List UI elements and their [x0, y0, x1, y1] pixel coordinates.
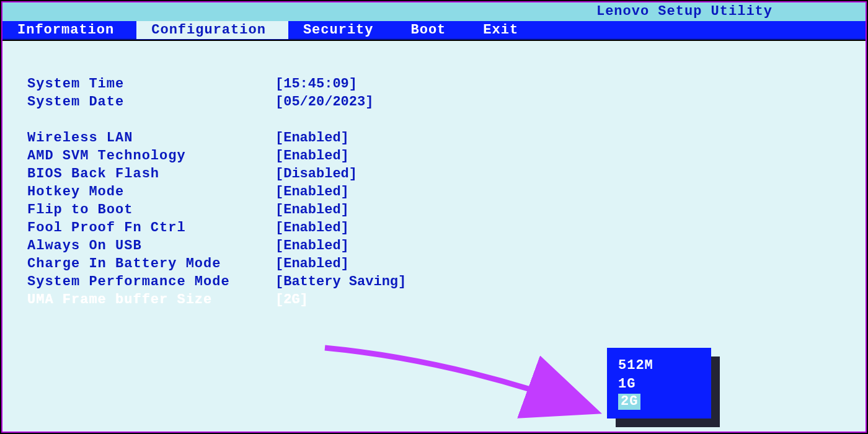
tab-boot[interactable]: Boot: [396, 21, 469, 39]
setting-row[interactable]: System Date[05/20/2023]: [27, 93, 406, 111]
popup-option[interactable]: 512M: [618, 356, 711, 375]
setting-label: Hotkey Mode: [27, 184, 275, 200]
config-body: System Time[15:45:09]System Date[05/20/2…: [2, 41, 866, 432]
setting-row[interactable]: Always On USB[Enabled]: [27, 237, 406, 255]
tab-strip: InformationConfigurationSecurityBootExit: [2, 21, 866, 38]
setting-label: Always On USB: [27, 238, 275, 254]
setting-label: System Time: [27, 76, 275, 92]
setting-label: UMA Frame buffer Size: [27, 292, 275, 308]
setting-value: [Enabled]: [275, 256, 349, 272]
title-bar: Lenovo Setup Utility: [2, 2, 866, 21]
utility-title: Lenovo Setup Utility: [596, 4, 773, 19]
tab-security[interactable]: Security: [288, 21, 396, 39]
setting-row[interactable]: Flip to Boot[Enabled]: [27, 201, 406, 219]
setting-label: Fool Proof Fn Ctrl: [27, 220, 275, 236]
setting-value: [Enabled]: [275, 148, 349, 164]
setting-value: [2G]: [275, 292, 308, 308]
setting-row[interactable]: AMD SVM Technology[Enabled]: [27, 147, 406, 165]
bios-frame: Lenovo Setup Utility InformationConfigur…: [1, 1, 867, 433]
setting-value: [Enabled]: [275, 238, 349, 254]
setting-label: AMD SVM Technology: [27, 148, 275, 164]
settings-list: System Time[15:45:09]System Date[05/20/2…: [27, 75, 406, 309]
tab-information[interactable]: Information: [2, 21, 136, 39]
uma-size-popup[interactable]: 512M1G2G: [607, 348, 711, 418]
setting-value: [Enabled]: [275, 202, 349, 218]
setting-label: Charge In Battery Mode: [27, 256, 275, 272]
setting-value: [Disabled]: [275, 166, 357, 182]
setting-label: Flip to Boot: [27, 202, 275, 218]
setting-label: BIOS Back Flash: [27, 166, 275, 182]
setting-label: Wireless LAN: [27, 130, 275, 146]
setting-row[interactable]: UMA Frame buffer Size[2G]: [27, 291, 406, 309]
tab-exit[interactable]: Exit: [468, 21, 541, 39]
setting-row[interactable]: Hotkey Mode[Enabled]: [27, 183, 406, 201]
setting-row[interactable]: System Time[15:45:09]: [27, 75, 406, 93]
setting-row[interactable]: Fool Proof Fn Ctrl[Enabled]: [27, 219, 406, 237]
setting-label: System Date: [27, 94, 275, 110]
setting-value: [Battery Saving]: [275, 274, 406, 290]
setting-label: System Performance Mode: [27, 274, 275, 290]
setting-value: [Enabled]: [275, 184, 349, 200]
popup-option[interactable]: 2G: [618, 394, 640, 410]
setting-value: [05/20/2023]: [275, 94, 373, 110]
spacer: [27, 111, 406, 129]
setting-row[interactable]: BIOS Back Flash[Disabled]: [27, 165, 406, 183]
popup-option[interactable]: 1G: [618, 375, 711, 394]
setting-value: [15:45:09]: [275, 76, 357, 92]
setting-row[interactable]: System Performance Mode[Battery Saving]: [27, 273, 406, 291]
setting-row[interactable]: Wireless LAN[Enabled]: [27, 129, 406, 147]
tab-configuration[interactable]: Configuration: [136, 21, 288, 39]
annotation-arrow-icon: [312, 335, 610, 434]
setting-row[interactable]: Charge In Battery Mode[Enabled]: [27, 255, 406, 273]
setting-value: [Enabled]: [275, 220, 349, 236]
setting-value: [Enabled]: [275, 130, 349, 146]
